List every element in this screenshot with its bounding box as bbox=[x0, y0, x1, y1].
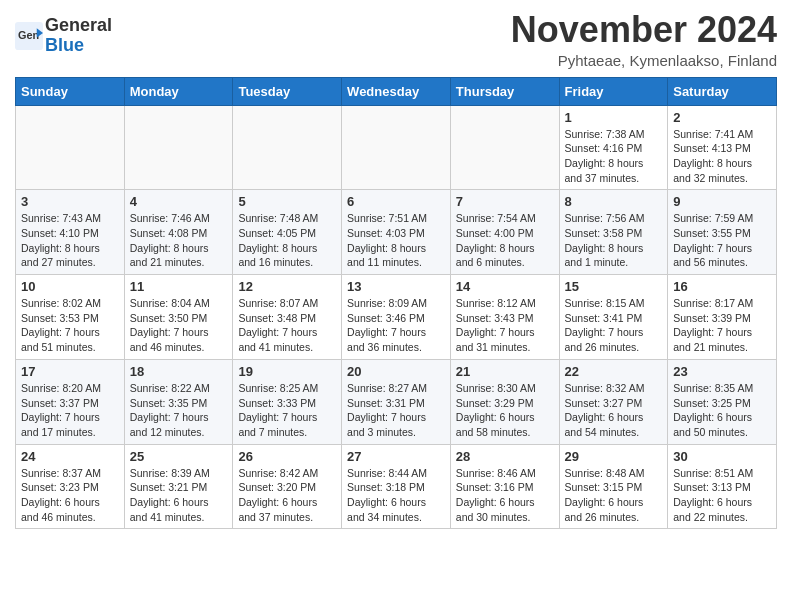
day-number: 26 bbox=[238, 449, 336, 464]
day-number: 30 bbox=[673, 449, 771, 464]
calendar-week-4: 17Sunrise: 8:20 AM Sunset: 3:37 PM Dayli… bbox=[16, 359, 777, 444]
day-number: 23 bbox=[673, 364, 771, 379]
calendar-cell: 7Sunrise: 7:54 AM Sunset: 4:00 PM Daylig… bbox=[450, 190, 559, 275]
day-number: 19 bbox=[238, 364, 336, 379]
svg-text:Gen: Gen bbox=[18, 29, 39, 41]
day-info: Sunrise: 8:04 AM Sunset: 3:50 PM Dayligh… bbox=[130, 296, 228, 355]
calendar-cell: 20Sunrise: 8:27 AM Sunset: 3:31 PM Dayli… bbox=[342, 359, 451, 444]
calendar-cell: 2Sunrise: 7:41 AM Sunset: 4:13 PM Daylig… bbox=[668, 105, 777, 190]
calendar-cell: 12Sunrise: 8:07 AM Sunset: 3:48 PM Dayli… bbox=[233, 275, 342, 360]
day-number: 8 bbox=[565, 194, 663, 209]
day-info: Sunrise: 8:25 AM Sunset: 3:33 PM Dayligh… bbox=[238, 381, 336, 440]
logo-icon: Gen bbox=[15, 22, 43, 50]
calendar-cell: 23Sunrise: 8:35 AM Sunset: 3:25 PM Dayli… bbox=[668, 359, 777, 444]
logo-line2: Blue bbox=[45, 36, 112, 56]
day-number: 7 bbox=[456, 194, 554, 209]
calendar-week-5: 24Sunrise: 8:37 AM Sunset: 3:23 PM Dayli… bbox=[16, 444, 777, 529]
day-number: 17 bbox=[21, 364, 119, 379]
calendar-cell: 4Sunrise: 7:46 AM Sunset: 4:08 PM Daylig… bbox=[124, 190, 233, 275]
weekday-header-friday: Friday bbox=[559, 77, 668, 105]
calendar-week-2: 3Sunrise: 7:43 AM Sunset: 4:10 PM Daylig… bbox=[16, 190, 777, 275]
day-number: 14 bbox=[456, 279, 554, 294]
day-info: Sunrise: 7:51 AM Sunset: 4:03 PM Dayligh… bbox=[347, 211, 445, 270]
calendar-cell: 9Sunrise: 7:59 AM Sunset: 3:55 PM Daylig… bbox=[668, 190, 777, 275]
day-info: Sunrise: 7:46 AM Sunset: 4:08 PM Dayligh… bbox=[130, 211, 228, 270]
day-info: Sunrise: 8:27 AM Sunset: 3:31 PM Dayligh… bbox=[347, 381, 445, 440]
weekday-header-wednesday: Wednesday bbox=[342, 77, 451, 105]
calendar-cell: 6Sunrise: 7:51 AM Sunset: 4:03 PM Daylig… bbox=[342, 190, 451, 275]
day-info: Sunrise: 7:48 AM Sunset: 4:05 PM Dayligh… bbox=[238, 211, 336, 270]
day-number: 27 bbox=[347, 449, 445, 464]
weekday-header-saturday: Saturday bbox=[668, 77, 777, 105]
day-number: 9 bbox=[673, 194, 771, 209]
calendar-table: SundayMondayTuesdayWednesdayThursdayFrid… bbox=[15, 77, 777, 530]
day-info: Sunrise: 7:41 AM Sunset: 4:13 PM Dayligh… bbox=[673, 127, 771, 186]
calendar-cell: 22Sunrise: 8:32 AM Sunset: 3:27 PM Dayli… bbox=[559, 359, 668, 444]
day-info: Sunrise: 7:59 AM Sunset: 3:55 PM Dayligh… bbox=[673, 211, 771, 270]
day-info: Sunrise: 8:12 AM Sunset: 3:43 PM Dayligh… bbox=[456, 296, 554, 355]
weekday-header-thursday: Thursday bbox=[450, 77, 559, 105]
day-number: 11 bbox=[130, 279, 228, 294]
day-info: Sunrise: 8:22 AM Sunset: 3:35 PM Dayligh… bbox=[130, 381, 228, 440]
calendar-cell bbox=[342, 105, 451, 190]
day-info: Sunrise: 8:48 AM Sunset: 3:15 PM Dayligh… bbox=[565, 466, 663, 525]
day-info: Sunrise: 8:44 AM Sunset: 3:18 PM Dayligh… bbox=[347, 466, 445, 525]
location: Pyhtaeae, Kymenlaakso, Finland bbox=[511, 52, 777, 69]
calendar-week-3: 10Sunrise: 8:02 AM Sunset: 3:53 PM Dayli… bbox=[16, 275, 777, 360]
calendar-cell: 17Sunrise: 8:20 AM Sunset: 3:37 PM Dayli… bbox=[16, 359, 125, 444]
day-info: Sunrise: 8:20 AM Sunset: 3:37 PM Dayligh… bbox=[21, 381, 119, 440]
day-number: 10 bbox=[21, 279, 119, 294]
day-number: 2 bbox=[673, 110, 771, 125]
calendar-cell: 10Sunrise: 8:02 AM Sunset: 3:53 PM Dayli… bbox=[16, 275, 125, 360]
day-number: 6 bbox=[347, 194, 445, 209]
day-info: Sunrise: 8:37 AM Sunset: 3:23 PM Dayligh… bbox=[21, 466, 119, 525]
calendar-cell: 24Sunrise: 8:37 AM Sunset: 3:23 PM Dayli… bbox=[16, 444, 125, 529]
calendar-cell: 21Sunrise: 8:30 AM Sunset: 3:29 PM Dayli… bbox=[450, 359, 559, 444]
calendar-cell bbox=[233, 105, 342, 190]
day-info: Sunrise: 7:38 AM Sunset: 4:16 PM Dayligh… bbox=[565, 127, 663, 186]
calendar-cell bbox=[16, 105, 125, 190]
day-info: Sunrise: 8:39 AM Sunset: 3:21 PM Dayligh… bbox=[130, 466, 228, 525]
calendar-cell: 3Sunrise: 7:43 AM Sunset: 4:10 PM Daylig… bbox=[16, 190, 125, 275]
calendar-week-1: 1Sunrise: 7:38 AM Sunset: 4:16 PM Daylig… bbox=[16, 105, 777, 190]
day-number: 24 bbox=[21, 449, 119, 464]
calendar-cell: 1Sunrise: 7:38 AM Sunset: 4:16 PM Daylig… bbox=[559, 105, 668, 190]
day-number: 20 bbox=[347, 364, 445, 379]
day-info: Sunrise: 8:51 AM Sunset: 3:13 PM Dayligh… bbox=[673, 466, 771, 525]
day-info: Sunrise: 8:15 AM Sunset: 3:41 PM Dayligh… bbox=[565, 296, 663, 355]
weekday-header-monday: Monday bbox=[124, 77, 233, 105]
calendar-cell: 11Sunrise: 8:04 AM Sunset: 3:50 PM Dayli… bbox=[124, 275, 233, 360]
title-block: November 2024 Pyhtaeae, Kymenlaakso, Fin… bbox=[511, 10, 777, 69]
calendar-cell: 13Sunrise: 8:09 AM Sunset: 3:46 PM Dayli… bbox=[342, 275, 451, 360]
calendar-cell: 16Sunrise: 8:17 AM Sunset: 3:39 PM Dayli… bbox=[668, 275, 777, 360]
day-number: 13 bbox=[347, 279, 445, 294]
month-title: November 2024 bbox=[511, 10, 777, 50]
calendar-cell: 25Sunrise: 8:39 AM Sunset: 3:21 PM Dayli… bbox=[124, 444, 233, 529]
calendar-cell: 27Sunrise: 8:44 AM Sunset: 3:18 PM Dayli… bbox=[342, 444, 451, 529]
day-info: Sunrise: 8:32 AM Sunset: 3:27 PM Dayligh… bbox=[565, 381, 663, 440]
day-info: Sunrise: 7:54 AM Sunset: 4:00 PM Dayligh… bbox=[456, 211, 554, 270]
day-info: Sunrise: 8:42 AM Sunset: 3:20 PM Dayligh… bbox=[238, 466, 336, 525]
day-number: 16 bbox=[673, 279, 771, 294]
day-info: Sunrise: 8:35 AM Sunset: 3:25 PM Dayligh… bbox=[673, 381, 771, 440]
logo: Gen General Blue bbox=[15, 16, 112, 56]
calendar-cell: 29Sunrise: 8:48 AM Sunset: 3:15 PM Dayli… bbox=[559, 444, 668, 529]
weekday-header-sunday: Sunday bbox=[16, 77, 125, 105]
day-number: 21 bbox=[456, 364, 554, 379]
calendar-cell: 8Sunrise: 7:56 AM Sunset: 3:58 PM Daylig… bbox=[559, 190, 668, 275]
day-number: 29 bbox=[565, 449, 663, 464]
day-number: 4 bbox=[130, 194, 228, 209]
day-number: 1 bbox=[565, 110, 663, 125]
page-header: Gen General Blue November 2024 Pyhtaeae,… bbox=[15, 10, 777, 69]
day-number: 22 bbox=[565, 364, 663, 379]
day-info: Sunrise: 8:02 AM Sunset: 3:53 PM Dayligh… bbox=[21, 296, 119, 355]
logo-line1: General bbox=[45, 16, 112, 36]
day-info: Sunrise: 7:43 AM Sunset: 4:10 PM Dayligh… bbox=[21, 211, 119, 270]
day-info: Sunrise: 8:30 AM Sunset: 3:29 PM Dayligh… bbox=[456, 381, 554, 440]
day-number: 5 bbox=[238, 194, 336, 209]
weekday-header-tuesday: Tuesday bbox=[233, 77, 342, 105]
calendar-cell: 15Sunrise: 8:15 AM Sunset: 3:41 PM Dayli… bbox=[559, 275, 668, 360]
day-info: Sunrise: 8:07 AM Sunset: 3:48 PM Dayligh… bbox=[238, 296, 336, 355]
calendar-cell bbox=[450, 105, 559, 190]
calendar-cell: 19Sunrise: 8:25 AM Sunset: 3:33 PM Dayli… bbox=[233, 359, 342, 444]
